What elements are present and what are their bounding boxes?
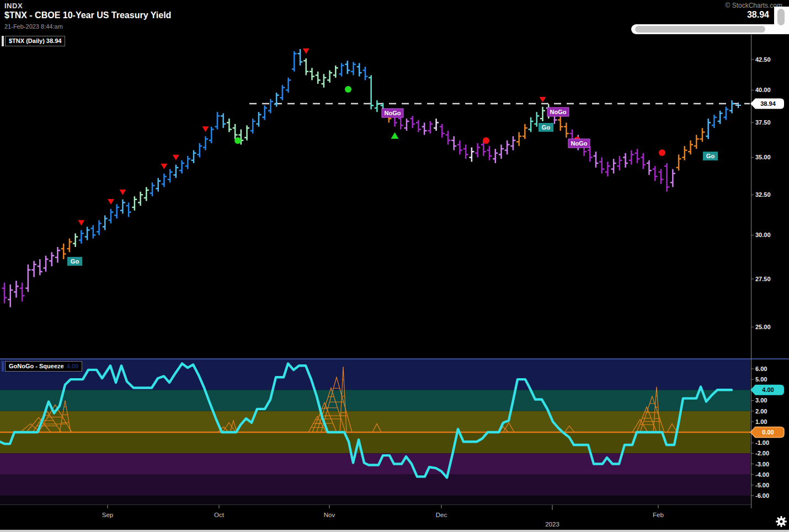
exchange-label: INDX [4,2,23,10]
squeeze-axis-label: -3.00 [755,461,769,467]
squeeze-axis-label: 6.00 [755,366,767,372]
green-up-triangle-marker [391,132,399,139]
panel-separator [0,358,789,359]
x-axis-label: Sep [102,512,113,518]
squeeze-legend[interactable]: GoNoGo - Squeeze4.00 [5,361,82,372]
horizontal-scrollbar-track[interactable] [631,24,789,34]
trend-label-text: Go [542,124,551,131]
squeeze-legend-value: 4.00 [67,363,78,369]
price-axis-label: 40.00 [755,87,771,93]
price-legend-tick [2,36,4,46]
red-down-triangle-marker [173,155,179,160]
settings-gear-button[interactable] [775,515,787,528]
red-down-triangle-marker [78,220,84,225]
red-circle-marker [659,149,665,156]
trend-label-text: Go [706,153,715,159]
squeeze-axis-label: 5.00 [755,376,767,383]
squeeze-axis-label: -5.00 [755,482,769,488]
price-axis-label: 32.50 [755,191,771,198]
green-circle-marker [345,86,351,93]
x-axis-label: Oct [214,512,225,518]
vertical-scrollbar-thumb[interactable] [777,9,785,25]
squeeze-axis-label: -2.00 [755,450,769,456]
squeeze-axis-label: -1.00 [755,439,769,446]
x-axis-label: Dec [436,512,447,518]
trend-label-text: Go [71,258,79,265]
squeeze-band [0,496,750,505]
x-axis-label: Feb [653,512,664,518]
last-price-value: 38.94 [747,10,769,20]
green-circle-marker [234,137,241,144]
price-axis-label: 27.50 [755,276,771,282]
red-down-triangle-marker [161,164,167,169]
horizontal-scrollbar-thumb[interactable] [635,26,765,33]
squeeze-axis-label: 1.00 [755,418,767,425]
red-down-triangle-marker [540,97,546,103]
chart-timestamp: 21-Feb-2023 8:44:am [4,23,63,30]
squeeze-band [0,390,750,411]
squeeze-axis-label: 2.00 [755,408,767,415]
axis-bubble-text: 0.00 [762,429,774,436]
price-axis-label: 25.00 [755,324,771,330]
price-axis-label: 42.50 [755,56,771,63]
squeeze-legend-text: GoNoGo - Squeeze [9,363,64,369]
chart-window: GoNoGoGoNoGoNoGoGo42.5040.0037.5035.0032… [0,0,789,532]
x-axis-label: Nov [324,512,335,518]
axis-bubble-text: 38.94 [760,100,776,107]
squeeze-axis-label: -6.00 [755,492,769,499]
red-circle-marker [483,137,489,144]
red-down-triangle-marker [303,49,310,54]
price-axis-label: 35.00 [755,154,771,160]
vertical-scrollbar-track[interactable] [774,7,789,34]
squeeze-axis-label: 3.00 [755,397,767,404]
axis-bubble-text: 4.00 [762,386,774,393]
red-down-triangle-marker [119,190,126,195]
red-down-triangle-marker [108,199,114,205]
squeeze-legend-tick [2,361,4,372]
red-down-triangle-marker [202,126,209,132]
price-axis-label: 30.00 [755,232,771,238]
x-axis-label: 2023 [545,521,559,528]
trend-label-text: NoGo [571,140,588,147]
gear-icon [775,515,787,528]
price-axis-label: 37.50 [755,119,771,126]
price-legend[interactable]: $TNX (Daily) 38.94 [5,36,65,46]
chart-svg: GoNoGoGoNoGoNoGoGo42.5040.0037.5035.0032… [0,0,789,532]
squeeze-axis-label: -4.00 [755,471,769,478]
page-title: $TNX - CBOE 10-Year US Treasury Yield [4,10,171,20]
squeeze-band [0,475,750,496]
squeeze-band [0,432,750,453]
trend-label-text: NoGo [550,109,567,115]
trend-label-text: NoGo [385,110,401,116]
window-bottom-edge [0,530,789,532]
